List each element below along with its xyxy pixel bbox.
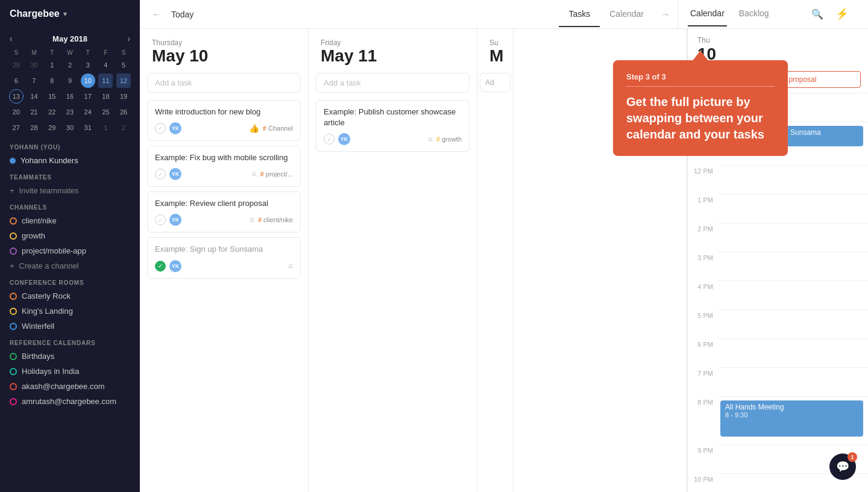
today-button[interactable]: Today	[171, 10, 193, 19]
sidebar-item-akash[interactable]: akash@chargebee.com	[0, 379, 140, 394]
thursday-date: May 10	[152, 47, 296, 66]
cal-day[interactable]: 24	[81, 105, 95, 119]
sidebar-item-channel-project[interactable]: project/mobile-app	[0, 243, 140, 258]
cal-day[interactable]: 4	[98, 58, 113, 72]
create-channel-label: Create a channel	[19, 261, 79, 270]
cal-day[interactable]: 13	[9, 89, 24, 104]
cal-day[interactable]: 28	[27, 120, 42, 135]
sidebar-item-kings-landing[interactable]: King's Landing	[0, 304, 140, 319]
sidebar-item-casterly-rock[interactable]: Casterly Rock	[0, 288, 140, 304]
search-icon[interactable]: 🔍	[811, 8, 823, 20]
task-check-button[interactable]: ✓	[155, 123, 166, 134]
cal-next-button[interactable]: ›	[125, 33, 133, 45]
tab-tasks[interactable]: Tasks	[559, 2, 600, 27]
task-channel[interactable]: # growth	[436, 135, 462, 143]
mini-calendar: ‹ May 2018 › S M T W T F S 29 30 1 2 3 4…	[0, 28, 140, 138]
cal-event[interactable]: All Hands Meeting 8 - 9:30	[720, 400, 863, 437]
lines-icon[interactable]: ≡	[250, 215, 254, 225]
nav-back-button[interactable]: ←	[149, 7, 164, 22]
task-check-button[interactable]: ✓	[155, 169, 166, 179]
cal-day[interactable]: 16	[63, 89, 77, 104]
lines-icon[interactable]: ≡	[288, 261, 293, 271]
friday-add-task[interactable]: Add a task	[316, 73, 470, 93]
cal-day[interactable]: 2	[63, 58, 77, 72]
cal-day[interactable]: 30	[27, 58, 42, 72]
task-channel[interactable]: # project/...	[260, 170, 293, 178]
hash-icon: #	[263, 125, 266, 132]
support-chat-button[interactable]: 💬 1	[829, 453, 856, 480]
cal-day[interactable]: 8	[45, 73, 59, 88]
sidebar-item-holidays[interactable]: Holidays in India	[0, 364, 140, 379]
sidebar-item-winterfell[interactable]: Winterfell	[0, 319, 140, 334]
room-name: King's Landing	[22, 307, 73, 316]
tab-calendar[interactable]: Calendar	[600, 2, 653, 27]
create-channel-button[interactable]: + Create a channel	[0, 258, 140, 273]
time-slot	[718, 252, 868, 281]
cal-day[interactable]: 27	[9, 120, 24, 135]
cal-day[interactable]: 21	[27, 105, 42, 119]
event-title: All Hands Meeting	[725, 403, 858, 411]
user-item[interactable]: Yohann Kunders	[0, 153, 140, 168]
lines-icon[interactable]: ≡	[251, 169, 256, 179]
task-channel[interactable]: # client/nike	[258, 216, 293, 223]
cal-day[interactable]: 25	[98, 105, 113, 119]
task-check-button[interactable]: ✓	[155, 214, 166, 225]
cal-day[interactable]: 11	[98, 73, 113, 88]
cal-day[interactable]: 22	[45, 105, 59, 119]
cal-day[interactable]: 1	[98, 120, 113, 135]
cal-day[interactable]: 19	[116, 89, 131, 104]
cal-day[interactable]: 29	[9, 58, 24, 72]
hash-icon: #	[258, 216, 262, 223]
invite-teammates-button[interactable]: + Invite teammates	[0, 183, 140, 198]
right-tab-calendar[interactable]: Calendar	[688, 1, 727, 26]
cal-day[interactable]: 18	[98, 89, 113, 104]
cal-prev-button[interactable]: ‹	[7, 33, 15, 45]
sidebar-item-channel-growth[interactable]: growth	[0, 228, 140, 243]
cal-day[interactable]: 15	[45, 89, 59, 104]
cal-day[interactable]: 26	[116, 105, 131, 119]
lines-icon[interactable]: ≡	[428, 134, 433, 144]
cal-day[interactable]: 3	[81, 58, 95, 72]
sidebar-item-amrutash[interactable]: amrutash@chargebee.com	[0, 394, 140, 409]
cal-day[interactable]: 5	[116, 58, 131, 72]
cal-day[interactable]: 2	[116, 120, 131, 135]
cal-day[interactable]: 20	[9, 105, 24, 119]
tasks-section: Thursday May 10 Add a task Write introdu…	[140, 29, 687, 492]
right-tab-backlog[interactable]: Backlog	[737, 1, 772, 26]
cal-day[interactable]: 12	[116, 73, 131, 88]
lightning-icon[interactable]: ⚡	[835, 7, 849, 20]
cal-day[interactable]: 14	[27, 89, 42, 104]
add-task-placeholder: Add a task	[324, 78, 360, 87]
task-check-button[interactable]: ✓	[155, 261, 166, 272]
app-chevron[interactable]: ▾	[63, 10, 67, 18]
cal-day-today[interactable]: 10	[81, 73, 95, 88]
sidebar-item-birthdays[interactable]: Birthdays	[0, 349, 140, 364]
sidebar-item-channel-nike[interactable]: client/nike	[0, 213, 140, 228]
cal-day[interactable]: 7	[27, 73, 42, 88]
cal-day[interactable]: 23	[63, 105, 77, 119]
cal-name: akash@chargebee.com	[22, 382, 105, 391]
cal-day[interactable]: 1	[45, 58, 59, 72]
channel-dot	[10, 232, 17, 240]
channel-dot	[10, 398, 17, 405]
channel-dot	[10, 308, 17, 315]
cal-day[interactable]: 29	[45, 120, 59, 135]
cal-day[interactable]: 17	[81, 89, 95, 104]
nav-forward-button[interactable]: →	[661, 9, 670, 20]
channel-dot	[10, 293, 17, 300]
cal-day[interactable]: 6	[9, 73, 24, 88]
thursday-add-task[interactable]: Add a task	[147, 73, 301, 93]
task-check-button[interactable]: ✓	[324, 134, 335, 145]
cal-day[interactable]: 31	[81, 120, 95, 135]
partial-add-task[interactable]: Ad	[480, 73, 511, 92]
app-title[interactable]: Chargebee ▾	[0, 0, 140, 28]
task-channel[interactable]: # Channel	[263, 125, 293, 132]
time-label: 3 PM	[688, 252, 718, 261]
nav-tabs: Tasks Calendar	[559, 2, 653, 27]
cal-day[interactable]: 9	[63, 73, 77, 88]
cal-day[interactable]: 30	[63, 120, 77, 135]
task-title: Write introduction for new blog	[155, 107, 293, 117]
friday-date: May 11	[321, 47, 465, 66]
task-avatar: YK	[169, 168, 181, 180]
thumbs-up-icon[interactable]: 👍	[249, 123, 259, 133]
